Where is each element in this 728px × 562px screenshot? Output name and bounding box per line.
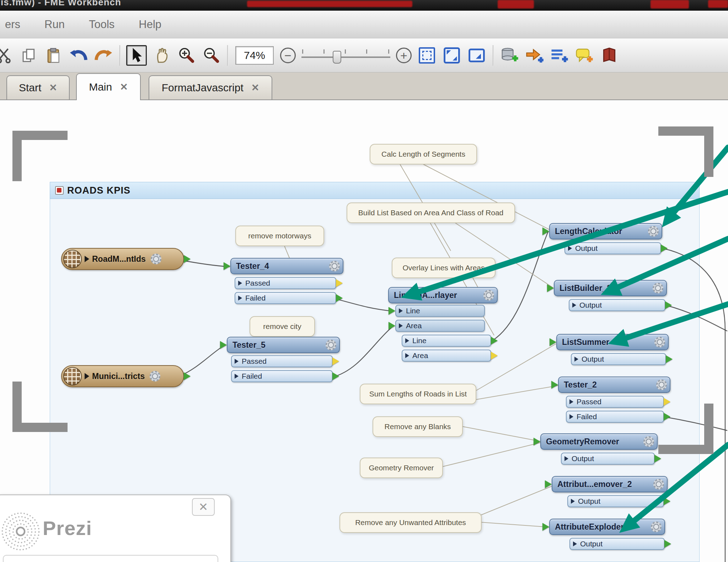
zoom-in-icon[interactable] (176, 45, 197, 66)
bookmark-header[interactable]: ROADS KPIS (50, 182, 700, 199)
node-tester-2[interactable]: Tester_2 (558, 377, 670, 393)
zoom-out-icon[interactable] (201, 45, 221, 66)
port-arrow-icon (235, 359, 239, 364)
port-label: Failed (577, 412, 597, 421)
paste-icon[interactable] (43, 45, 64, 66)
undo-icon[interactable] (68, 45, 89, 66)
port-lineonarea-line-out[interactable]: Line (402, 335, 491, 347)
add-writer-icon[interactable] (524, 45, 545, 66)
annotation-calc-length[interactable]: Calc Length of Segments (370, 144, 477, 164)
cut-icon[interactable] (0, 45, 14, 66)
port-tester2-passed[interactable]: Passed (566, 396, 664, 408)
port-arrow-icon (569, 399, 573, 404)
gear-icon[interactable] (483, 290, 494, 301)
bookmarks-icon[interactable] (599, 45, 620, 66)
node-tester-5[interactable]: Tester_5 (227, 337, 340, 353)
node-geometryremover[interactable]: GeometryRemover (540, 433, 658, 450)
prezi-panel-field (3, 555, 218, 562)
annotation-text: remove motorways (248, 232, 311, 240)
gear-icon[interactable] (654, 337, 665, 347)
port-lineonarea-area-in[interactable]: Area (395, 320, 485, 332)
node-listsummer[interactable]: ListSummer (556, 334, 669, 350)
menu-readers[interactable]: ers (2, 17, 23, 32)
port-tester2-failed[interactable]: Failed (566, 411, 664, 423)
gear-icon[interactable] (150, 371, 160, 382)
zoom-in-button[interactable]: + (396, 48, 412, 63)
zoom-level-field[interactable]: 74% (235, 46, 274, 65)
node-munici-tricts[interactable]: Munici...tricts (61, 365, 184, 387)
node-attributeexploder[interactable]: AttributeExploder (549, 519, 665, 535)
fme-workbench-window: is.fmw) - FME Workbench ers Run Tools He… (0, 0, 728, 562)
zoom-out-button[interactable]: − (280, 48, 296, 63)
gear-icon[interactable] (326, 340, 336, 350)
copy-icon[interactable] (18, 45, 39, 66)
connected-output-icon (664, 540, 671, 548)
magnifier-plus-glyph (178, 47, 195, 64)
gear-icon[interactable] (651, 522, 662, 532)
zoom-slider[interactable] (301, 45, 390, 66)
annotation-text: remove city (263, 322, 301, 331)
gear-icon[interactable] (643, 436, 654, 447)
node-attributeremover-2[interactable]: Attribut...emover_2 (552, 476, 668, 492)
add-reader-icon[interactable] (499, 45, 520, 66)
annotation-remove-motorways[interactable]: remove motorways (235, 226, 324, 246)
select-tool-icon[interactable] (126, 45, 147, 66)
redo-icon[interactable] (93, 45, 114, 66)
port-attributeexploder-output[interactable]: Output (569, 538, 665, 550)
gear-icon[interactable] (653, 283, 663, 293)
port-label: Passed (245, 279, 270, 287)
menu-run[interactable]: Run (42, 17, 68, 32)
gear-icon[interactable] (648, 226, 659, 237)
tab-start[interactable]: Start ✕ (6, 75, 70, 99)
annotation-remove-blanks[interactable]: Remove any Blanks (373, 416, 463, 437)
zoom-slider-handle[interactable] (333, 51, 341, 64)
add-text-icon[interactable] (549, 45, 570, 66)
gear-icon[interactable] (653, 479, 664, 490)
annotation-build-list[interactable]: Build List Based on Area And Class of Ro… (347, 202, 515, 223)
port-tester5-failed[interactable]: Failed (231, 370, 333, 382)
port-tester5-passed[interactable]: Passed (231, 355, 333, 367)
port-tester4-passed[interactable]: Passed (235, 277, 336, 289)
port-label: Output (572, 454, 594, 463)
port-tester4-failed[interactable]: Failed (235, 292, 336, 304)
annotation-remove-city[interactable]: remove city (250, 316, 315, 337)
gear-icon[interactable] (329, 261, 340, 271)
tab-formatjavascript[interactable]: FormatJavascript ✕ (149, 75, 272, 99)
port-attributeremover-output[interactable]: Output (567, 495, 664, 507)
port-lineonarea-area-out[interactable]: Area (402, 350, 491, 362)
input-connector-icon (389, 307, 395, 315)
menu-tools[interactable]: Tools (86, 17, 117, 32)
close-icon[interactable]: ✕ (192, 498, 215, 516)
port-lineonarea-line-in[interactable]: Line (395, 305, 485, 317)
annotation-text: Overlay Lines with Areas (402, 264, 485, 272)
port-listbuilder-output[interactable]: Output (569, 299, 665, 311)
close-icon[interactable]: ✕ (120, 81, 128, 93)
annotation-text: Geometry Remover (369, 464, 434, 472)
close-icon[interactable]: ✕ (251, 82, 259, 93)
port-lengthcalculator-output[interactable]: Output (564, 242, 661, 254)
annotation-geometry-remover[interactable]: Geometry Remover (360, 458, 443, 478)
menu-help[interactable]: Help (136, 17, 164, 32)
zoom-to-screen-icon[interactable] (466, 45, 487, 66)
annotation-sum-lengths[interactable]: Sum Lengths of Roads in List (360, 384, 476, 404)
node-lengthcalculator[interactable]: LengthCalculator (549, 223, 662, 239)
node-listbuilder-22[interactable]: ListBuilder_22 (554, 280, 667, 296)
tab-main[interactable]: Main ✕ (76, 73, 141, 100)
port-geometryremover-output[interactable]: Output (561, 453, 655, 465)
add-annotation-icon[interactable] (574, 45, 595, 66)
gear-icon[interactable] (151, 254, 161, 264)
node-lineonareaoverlayer[interactable]: LineOnA...rlayer (388, 287, 498, 303)
connected-output-icon (491, 337, 498, 345)
port-listsummer-output[interactable]: Output (571, 353, 666, 365)
zoom-to-selection-icon[interactable] (417, 45, 437, 66)
port-arrow-icon (569, 414, 573, 419)
gear-icon[interactable] (656, 379, 667, 390)
annotation-overlay-lines[interactable]: Overlay Lines with Areas (392, 258, 496, 278)
node-roadm-ntids[interactable]: RoadM...ntIds (61, 248, 184, 270)
pan-tool-icon[interactable] (151, 45, 172, 66)
fit-to-window-icon[interactable] (441, 45, 462, 66)
annotation-remove-unwanted[interactable]: Remove any Unwanted Attributes (339, 512, 482, 533)
bookmark-title: ROADS KPIS (67, 185, 130, 196)
node-tester-4[interactable]: Tester_4 (230, 258, 343, 274)
close-icon[interactable]: ✕ (49, 82, 57, 93)
